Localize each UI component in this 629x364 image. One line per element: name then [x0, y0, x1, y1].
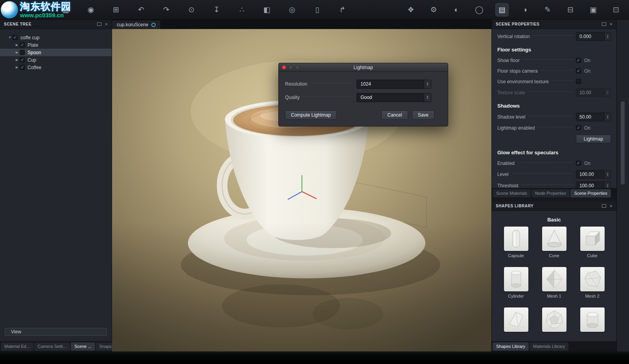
dialog-titlebar[interactable]: Lightmap [279, 63, 448, 72]
floor-stops-camera-checkbox[interactable]: ✓ [576, 68, 581, 73]
shape-item-cylinder[interactable]: Cylinder [497, 267, 535, 299]
shape-thumbnail[interactable] [580, 227, 605, 251]
tree-row[interactable]: ▼ ▶ ✓ coffe cup [0, 34, 112, 41]
tab-scene-properties[interactable]: Scene Properties [570, 189, 611, 198]
tab-shapes-library[interactable]: Shapes Library [493, 342, 529, 351]
visibility-checkbox[interactable]: ✓ [20, 50, 25, 55]
shape-item-cone[interactable]: Cone [535, 227, 573, 258]
disclosure-icon[interactable]: ▼ ▶ [14, 43, 20, 47]
edit-icon[interactable]: ✎ [541, 3, 554, 16]
disclosure-icon[interactable]: ▼ ▶ [14, 51, 20, 54]
close-panel-icon[interactable]: × [609, 22, 612, 27]
panel-scrollbar[interactable] [616, 20, 629, 351]
spinner-icon[interactable]: ▴▾ [604, 89, 611, 97]
compute-lightmap-button[interactable]: Compute Lightmap [285, 110, 337, 120]
shape-item-mesh-3[interactable] [497, 307, 535, 339]
tree-row[interactable]: ▼ ▶ ✓ Plate [0, 41, 112, 49]
quality-select[interactable]: Good ▴▾ [357, 93, 431, 102]
chart-icon[interactable]: ◑ [518, 3, 532, 16]
hierarchy-icon[interactable]: ❖ [404, 3, 417, 16]
float-panel-icon[interactable] [97, 22, 101, 26]
shapes-library-content: Basic Capsule [492, 211, 616, 341]
device-icon[interactable]: ▯ [311, 3, 324, 16]
use-environment-texture-checkbox[interactable]: ✓ [576, 79, 581, 84]
tree-row[interactable]: ▼ ▶ ✓ Spoon [0, 49, 112, 56]
import-icon[interactable]: ↧ [210, 3, 223, 16]
close-traffic-light-icon[interactable] [282, 65, 286, 70]
vertical-rotation-field[interactable]: 0.000 ▴▾ [576, 32, 611, 41]
spinner-icon[interactable]: ▴▾ [604, 113, 611, 121]
tab-materials-library[interactable]: Materials Library [530, 342, 568, 351]
chat-icon[interactable]: ⊟ [564, 3, 577, 16]
redo-icon[interactable]: ↷ [160, 3, 173, 16]
undo-icon[interactable]: ↶ [134, 3, 148, 16]
scrollbar-thumb[interactable] [621, 101, 625, 185]
close-panel-icon[interactable]: × [105, 22, 108, 27]
tree-row[interactable]: ▼ ▶ ✓ Cup [0, 56, 112, 64]
float-panel-icon[interactable] [602, 204, 606, 208]
focus-icon[interactable]: ⊙ [185, 3, 198, 16]
disclosure-icon[interactable]: ▼ ▶ [14, 66, 20, 69]
camera-icon[interactable]: ◉ [84, 3, 97, 16]
layers-icon[interactable]: ◧ [260, 3, 274, 16]
shape-item-mesh-1[interactable]: Mesh 1 [535, 267, 573, 299]
record-icon[interactable]: ◯ [473, 3, 486, 16]
shape-thumbnail[interactable] [580, 307, 605, 332]
tab-status-icon[interactable] [151, 23, 156, 27]
tree-row[interactable]: ▼ ▶ ✓ Coffee [0, 64, 112, 71]
visibility-checkbox[interactable]: ✓ [13, 35, 18, 40]
spinner-icon[interactable]: ▴▾ [604, 33, 611, 40]
shadow-level-field[interactable]: 50.00 ▴▾ [576, 113, 611, 121]
cube-icon[interactable]: ▣ [587, 3, 600, 16]
glow-enabled-checkbox[interactable]: ✓ [576, 161, 581, 166]
shape-thumbnail[interactable] [542, 307, 566, 332]
glow-level-field[interactable]: 100.00 ▴▾ [576, 170, 611, 179]
visibility-checkbox[interactable]: ✓ [20, 42, 25, 48]
spinner-icon[interactable]: ▴▾ [604, 170, 611, 178]
scene-file-tab[interactable]: cup.koruScene [112, 20, 161, 29]
panel-icon[interactable]: ⊡ [609, 3, 623, 16]
globe-icon[interactable]: ◐ [450, 3, 463, 16]
tab-scene-materials[interactable]: Scene Materials [493, 189, 531, 198]
texture-scale-field[interactable]: 10.00 ▴▾ [576, 88, 611, 97]
shape-item-mesh-5[interactable] [573, 307, 611, 339]
shape-item-mesh-2[interactable]: Mesh 2 [573, 267, 611, 299]
tab-material-editor[interactable]: Material Ed... [1, 342, 33, 351]
float-panel-icon[interactable] [602, 22, 606, 26]
dropdown-arrows-icon[interactable]: ▴▾ [424, 93, 431, 102]
shape-item-capsule[interactable]: Capsule [497, 227, 535, 258]
library-icon[interactable]: ▤ [495, 3, 509, 16]
zoom-traffic-light-icon[interactable] [295, 65, 300, 70]
lightmap-button[interactable]: Lightmap [576, 135, 611, 143]
shape-item-cube[interactable]: Cube [573, 227, 611, 258]
shape-thumbnail[interactable] [504, 227, 528, 251]
visibility-checkbox[interactable]: ✓ [20, 57, 25, 62]
view-button[interactable]: View [5, 328, 107, 336]
save-button[interactable]: Save [412, 110, 434, 120]
disclosure-icon[interactable]: ▼ ▶ [14, 58, 20, 62]
close-panel-icon[interactable]: × [609, 203, 612, 209]
add-frame-icon[interactable]: ⊞ [109, 3, 123, 16]
grid-icon[interactable]: ▦ [59, 3, 72, 16]
shape-thumbnail[interactable] [504, 307, 528, 332]
orbit-icon[interactable]: ◎ [285, 3, 299, 16]
show-floor-checkbox[interactable]: ✓ [576, 58, 581, 63]
export-icon[interactable]: ↱ [336, 3, 349, 16]
cancel-button[interactable]: Cancel [381, 110, 408, 120]
gear-icon[interactable]: ⚙ [427, 3, 440, 16]
shape-thumbnail[interactable] [504, 267, 528, 291]
tab-camera-settings[interactable]: Camera Setti... [34, 342, 70, 351]
shape-thumbnail[interactable] [542, 227, 566, 251]
shape-item-mesh-4[interactable] [535, 307, 573, 339]
tab-scene[interactable]: Scene ... [71, 342, 95, 351]
disclosure-icon[interactable]: ▼ ▶ [7, 36, 13, 39]
resolution-select[interactable]: 1024 ▴▾ [357, 80, 431, 89]
dropdown-arrows-icon[interactable]: ▴▾ [424, 80, 431, 88]
shape-thumbnail[interactable] [542, 267, 566, 291]
shape-thumbnail[interactable] [580, 267, 605, 291]
particles-icon[interactable]: ∴ [235, 3, 248, 16]
lightmap-enabled-checkbox[interactable]: ✓ [576, 125, 581, 130]
minimize-traffic-light-icon[interactable] [289, 65, 293, 70]
visibility-checkbox[interactable]: ✓ [20, 65, 25, 70]
tab-node-properties[interactable]: Node Properties [532, 189, 570, 198]
